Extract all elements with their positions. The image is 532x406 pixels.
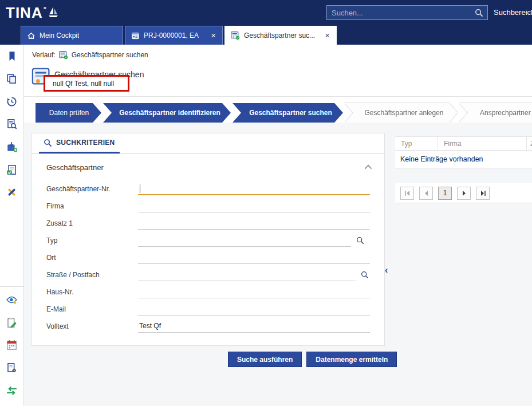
strasse-postfach-input[interactable] — [138, 270, 356, 279]
title-divider — [24, 96, 532, 97]
workspace: SUCHKRITERIEN Geschäftspartner Geschäfts… — [24, 123, 532, 406]
tab-mein-cockpit[interactable]: Mein Cockpit — [21, 26, 123, 45]
column-header-firma[interactable]: Firma — [438, 137, 527, 150]
datenmenge-ermitteln-button[interactable]: Datenmenge ermitteln — [306, 352, 397, 367]
wizard-step-label: Ansprechpartner ide — [480, 109, 532, 117]
geschaeftspartner-nr-input[interactable] — [138, 184, 370, 193]
search-icon — [356, 236, 364, 245]
field-label: Firma — [46, 202, 138, 210]
global-search-icon[interactable] — [472, 9, 487, 17]
input-wrap — [138, 320, 370, 333]
calendar-icon[interactable] — [5, 338, 19, 353]
pagination-prev-page-button[interactable] — [419, 187, 433, 200]
results-empty-message: Keine Einträge vorhanden — [395, 151, 532, 168]
business-partner-icon — [231, 31, 240, 40]
tab-label: Mein Cockpit — [40, 31, 79, 40]
wizard-step-gp-identifizieren[interactable]: Geschäftspartner identifizieren — [103, 103, 231, 123]
import-plugin-icon[interactable] — [5, 140, 19, 155]
haus-nr-input[interactable] — [138, 287, 370, 297]
sidebar-divider — [0, 286, 23, 287]
input-wrap — [138, 251, 370, 264]
wizard-step-gp-anlegen[interactable]: Geschäftspartner anlegen — [345, 103, 458, 123]
field-label: Volltext — [46, 322, 138, 330]
card-tabs-row: SUCHKRITERIEN — [32, 133, 384, 154]
wizard-step-ansprechpartner[interactable]: Ansprechpartner ide — [459, 103, 532, 123]
wizard-step-daten-pruefen[interactable]: Daten prüfen — [36, 103, 101, 123]
field-row-zusatz1: Zusatz 1 — [32, 215, 384, 232]
tools-wrench-icon[interactable] — [5, 185, 19, 200]
field-row-firma: Firma — [32, 198, 384, 215]
typ-input[interactable] — [138, 236, 344, 245]
collapse-section-icon[interactable] — [365, 164, 372, 172]
tab-prj-0000001[interactable]: PRJ-0000001, EA × — [125, 26, 223, 45]
watchlist-eye-star-icon[interactable] — [5, 293, 19, 308]
zusatz1-input[interactable] — [138, 219, 370, 228]
logo-degree: ° — [44, 5, 46, 14]
wizard-step-label: Geschäftspartner suchen — [249, 109, 332, 117]
document-settings-icon[interactable] — [5, 361, 19, 376]
input-wrap — [138, 286, 370, 298]
search-icon — [44, 139, 52, 147]
input-wrap — [138, 234, 351, 247]
typ-lookup-button[interactable] — [356, 236, 364, 245]
tab-suchkriterien-label: SUCHKRITERIEN — [56, 139, 115, 147]
results-table-header: Typ Firma Z — [395, 136, 532, 151]
global-search-box — [326, 5, 488, 20]
top-header-bar: TINA ° Suchbereich — [0, 0, 532, 26]
volltext-input[interactable] — [138, 322, 370, 331]
strasse-lookup-button[interactable] — [361, 271, 369, 279]
logo-text: TINA — [6, 4, 43, 21]
panel-collapse-icon[interactable]: ‹ — [385, 266, 388, 275]
page-subtitle: null Qf Test, null null — [53, 80, 114, 88]
verlauf-history-item[interactable]: Geschäftspartner suchen — [72, 51, 148, 59]
tab-label: PRJ-0000001, EA — [144, 31, 199, 40]
column-header-typ[interactable]: Typ — [395, 137, 438, 150]
field-row-haus-nr: Haus-Nr. — [32, 283, 384, 301]
tina-application-window: TINA ° Suchbereich — [0, 0, 532, 406]
field-label: Geschäftspartner-Nr. — [46, 185, 138, 193]
input-wrap — [138, 200, 370, 212]
ort-input[interactable] — [138, 253, 370, 262]
field-label: Straße / Postfach — [46, 271, 138, 279]
pagination-first-page-button[interactable] — [400, 187, 414, 200]
document-tab-bar: Mein Cockpit PRJ-0000001, EA × Gesc — [0, 26, 532, 45]
home-icon — [27, 31, 36, 40]
wizard-step-label: Geschäftspartner anlegen — [364, 109, 443, 117]
pagination-next-page-button[interactable] — [457, 187, 471, 200]
tab-geschaeftspartner-suchen[interactable]: Geschäftspartner suc... × — [224, 26, 337, 45]
field-row-typ: Typ — [32, 232, 384, 249]
swap-arrows-icon[interactable] — [5, 383, 19, 398]
search-area-label: Suchbereich — [494, 8, 532, 17]
field-label: Haus-Nr. — [46, 288, 138, 296]
field-row-ort: Ort — [32, 249, 384, 266]
column-header-z[interactable]: Z — [527, 137, 532, 150]
copy-layers-icon[interactable] — [5, 72, 19, 86]
search-criteria-card: SUCHKRITERIEN Geschäftspartner Geschäfts… — [31, 133, 385, 346]
history-clock-icon[interactable] — [5, 94, 19, 109]
email-input[interactable] — [138, 305, 370, 314]
section-header-geschaeftspartner: Geschäftspartner — [32, 154, 384, 180]
annotation-box: null Qf Test, null null — [44, 75, 129, 92]
tab-close-icon[interactable]: × — [324, 32, 330, 39]
search-icon — [361, 271, 369, 279]
wizard-step-gp-suchen[interactable]: Geschäftspartner suchen — [232, 103, 343, 123]
bookmark-icon[interactable] — [5, 49, 19, 64]
tab-suchkriterien[interactable]: SUCHKRITERIEN — [39, 133, 120, 153]
global-search-input[interactable] — [327, 9, 472, 17]
field-label: Zusatz 1 — [46, 219, 138, 227]
tab-close-icon[interactable]: × — [210, 32, 216, 39]
suche-ausfuehren-button[interactable]: Suche ausführen — [228, 352, 302, 367]
input-wrap — [138, 303, 370, 316]
firma-input[interactable] — [138, 202, 370, 211]
field-row-email: E-Mail — [32, 301, 384, 318]
input-wrap — [138, 269, 356, 281]
history-breadcrumb: Verlauf: Geschäftspartner suchen — [32, 50, 148, 60]
search-document-icon[interactable] — [5, 117, 19, 132]
results-panel: Typ Firma Z Keine Einträge vorhanden 1 — [395, 136, 532, 203]
form-actions: Suche ausführen Datenmenge ermitteln — [228, 352, 397, 367]
left-icon-sidebar — [0, 45, 24, 406]
clipboard-edit-icon[interactable] — [5, 315, 19, 330]
document-check-icon[interactable] — [5, 162, 19, 177]
pagination-last-page-button[interactable] — [476, 187, 490, 200]
pagination-current-page[interactable]: 1 — [438, 187, 452, 200]
